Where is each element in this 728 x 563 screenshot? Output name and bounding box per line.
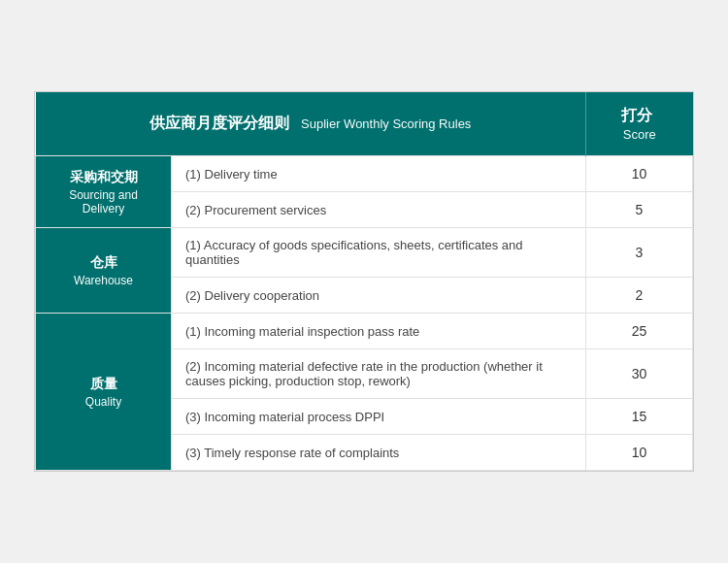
header-score-cell: 打分 Score	[586, 92, 693, 156]
header-score-cn: 打分	[621, 107, 652, 123]
description-cell: (1) Delivery time	[172, 156, 586, 192]
score-cell: 10	[586, 435, 693, 471]
score-cell: 3	[586, 228, 693, 278]
category-cn: 仓库	[50, 254, 157, 272]
table-row: 采购和交期Sourcing and Delivery(1) Delivery t…	[36, 156, 693, 192]
score-cell: 5	[586, 192, 693, 228]
header-score-en: Score	[623, 127, 656, 142]
description-cell: (3) Timely response rate of complaints	[172, 435, 586, 471]
score-cell: 15	[586, 399, 693, 435]
category-cell: 质量Quality	[36, 314, 172, 471]
category-cell: 采购和交期Sourcing and Delivery	[36, 156, 172, 228]
score-cell: 10	[586, 156, 693, 192]
category-cell: 仓库Warehouse	[36, 228, 172, 314]
description-cell: (1) Incoming material inspection pass ra…	[172, 314, 586, 349]
description-cell: (3) Incoming material process DPPI	[172, 399, 586, 435]
table-row: 质量Quality(1) Incoming material inspectio…	[36, 314, 693, 349]
header-title-cn: 供应商月度评分细则	[149, 115, 289, 131]
description-cell: (2) Incoming material defective rate in …	[172, 349, 586, 399]
category-en: Sourcing and Delivery	[50, 188, 157, 215]
header-title-en: Suplier Wonthly Scoring Rules	[301, 116, 471, 131]
description-cell: (2) Delivery cooperation	[172, 278, 586, 314]
score-cell: 2	[586, 278, 693, 314]
category-cn: 采购和交期	[50, 169, 157, 186]
category-en: Warehouse	[50, 274, 157, 287]
score-cell: 30	[586, 349, 693, 399]
table-row: 仓库Warehouse(1) Accuracy of goods specifi…	[36, 228, 693, 278]
category-en: Quality	[50, 395, 157, 409]
score-cell: 25	[586, 314, 693, 349]
scoring-table: 供应商月度评分细则 Suplier Wonthly Scoring Rules …	[34, 91, 694, 472]
category-cn: 质量	[50, 376, 157, 393]
table-header: 供应商月度评分细则 Suplier Wonthly Scoring Rules …	[36, 92, 693, 156]
header-title-cell: 供应商月度评分细则 Suplier Wonthly Scoring Rules	[36, 92, 586, 156]
description-cell: (1) Accuracy of goods specifications, sh…	[172, 228, 586, 278]
description-cell: (2) Procurement services	[172, 192, 586, 228]
